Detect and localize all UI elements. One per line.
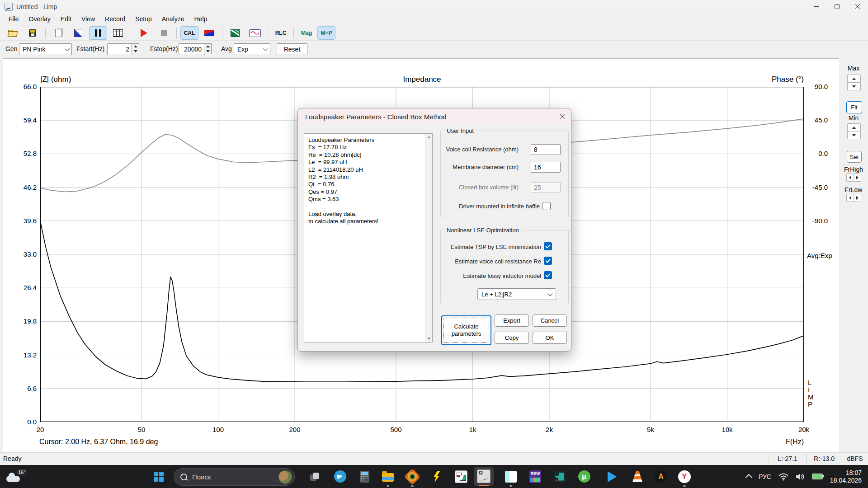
membrane-input[interactable]: 16	[531, 162, 561, 173]
taskbar-app-telegram[interactable]	[330, 465, 350, 488]
taskbar-app-aimp[interactable]: A	[651, 465, 671, 488]
min-up-button[interactable]	[847, 123, 861, 131]
oscilloscope-button[interactable]	[246, 26, 264, 40]
dialog-close-button[interactable]	[551, 111, 566, 122]
date: 18.04.2026	[830, 477, 862, 484]
overlay-flag-button[interactable]	[69, 26, 87, 40]
cancel-button[interactable]: Cancel	[533, 314, 567, 327]
lse-check2-checkbox[interactable]	[544, 257, 552, 265]
taskbar-app-file-explorer[interactable]	[378, 465, 398, 488]
menu-item-setup[interactable]: Setup	[130, 14, 157, 24]
fstop-input[interactable]: 20000	[179, 43, 205, 55]
results-scrollbar[interactable]	[425, 134, 432, 342]
menu-item-overlay[interactable]: Overlay	[24, 14, 56, 24]
fstart-input[interactable]: 2	[107, 43, 132, 55]
taskbar-app-steps-app[interactable]	[550, 465, 570, 488]
taskbar-app-vlc[interactable]	[627, 465, 647, 488]
search-box[interactable]: Поиск	[174, 468, 295, 486]
generator-select[interactable]: PN Pink	[19, 43, 72, 55]
menu-item-record[interactable]: Record	[100, 14, 130, 24]
maximize-button[interactable]	[826, 0, 847, 13]
volume-icon[interactable]	[796, 473, 805, 481]
menu-item-file[interactable]: File	[4, 14, 24, 24]
fstop-spinner[interactable]	[204, 43, 212, 54]
data-table-button[interactable]	[109, 26, 127, 40]
taskbar-app-utorrent[interactable]: µ	[574, 465, 594, 488]
eye-app-icon	[404, 468, 421, 485]
menu-item-view[interactable]: View	[76, 14, 100, 24]
frlow-right-button[interactable]	[854, 194, 861, 202]
rlc-meter-button[interactable]: RLC	[272, 26, 290, 40]
averaging-select[interactable]: Exp	[234, 43, 270, 55]
taskbar-app-yandex-browser[interactable]: Y	[675, 465, 694, 488]
green-icon	[231, 29, 240, 37]
taskbar-app-lightning-app[interactable]	[427, 465, 447, 488]
export-button[interactable]: Export	[495, 314, 529, 327]
frhigh-left-button[interactable]	[846, 174, 854, 182]
clock[interactable]: 18:07 18.04.2026	[830, 469, 862, 484]
dialog-title-bar[interactable]: Loudspeaker Parameters - Closed Box Meth…	[298, 108, 571, 125]
min-down-button[interactable]	[847, 131, 861, 139]
frhigh-right-button[interactable]	[854, 174, 861, 182]
spin-down-icon[interactable]	[132, 49, 139, 55]
battery-icon[interactable]	[812, 474, 823, 479]
chart-title: Impedance	[40, 75, 804, 84]
voice-coil-input[interactable]: 8	[531, 144, 561, 155]
toolbar-separator	[131, 28, 131, 38]
right-axis-title: Phase (°)	[713, 75, 804, 84]
save-file-button[interactable]	[24, 26, 42, 40]
taskbar-app-limp[interactable]	[474, 467, 494, 486]
record-start-button[interactable]	[135, 26, 153, 40]
app-window: Untitled - Limp FileOverlayEditViewRecor…	[0, 0, 868, 488]
copy-button[interactable]: Copy	[495, 332, 529, 344]
x-axis-label: F(Hz)	[713, 438, 804, 446]
magnitude-phase-view-button[interactable]: M+P	[317, 26, 335, 40]
close-button[interactable]	[847, 0, 868, 13]
menu-item-edit[interactable]: Edit	[56, 14, 76, 24]
language-indicator[interactable]: РУС	[759, 473, 771, 480]
magnitude-view-button[interactable]: Mag	[297, 26, 316, 40]
scroll-down-icon[interactable]	[425, 335, 432, 342]
calibrate-button[interactable]: CAL	[180, 26, 198, 40]
menu-item-help[interactable]: Help	[189, 14, 212, 24]
wifi-icon[interactable]	[778, 473, 788, 481]
generator-setup-button[interactable]	[200, 26, 218, 40]
taskbar-app-media-player[interactable]	[602, 465, 622, 488]
weather-widget[interactable]: 16°	[6, 465, 34, 488]
baffle-checkbox[interactable]	[542, 202, 551, 210]
taskbar-app-red-c-app[interactable]	[501, 465, 521, 488]
max-up-button[interactable]	[847, 75, 861, 83]
tray-expand-icon[interactable]	[745, 474, 753, 481]
start-button[interactable]	[154, 465, 164, 488]
taskbar-app-rew[interactable]: REW	[525, 465, 545, 488]
pause-button[interactable]	[89, 26, 107, 40]
spin-down-icon[interactable]	[204, 49, 212, 55]
set-button[interactable]: Set	[847, 151, 862, 163]
spectrum-analysis-button[interactable]	[226, 26, 244, 40]
spin-up-icon[interactable]	[132, 43, 139, 49]
spin-up-icon[interactable]	[204, 43, 212, 49]
inductor-model-dropdown[interactable]: Le + L2||R2	[477, 288, 556, 300]
fit-button[interactable]: Fit	[846, 101, 862, 113]
ok-button[interactable]: OK	[533, 332, 567, 344]
calculate-parameters-button[interactable]: Calculate parameters	[441, 315, 491, 345]
scroll-up-icon[interactable]	[425, 134, 432, 141]
lse-check3-checkbox[interactable]	[544, 271, 552, 279]
frlow-left-button[interactable]	[846, 194, 854, 202]
search-daily-image[interactable]	[278, 470, 292, 484]
record-stop-button[interactable]	[155, 26, 173, 40]
menu-item-analyze[interactable]: Analyze	[157, 14, 189, 24]
minimize-button[interactable]	[806, 0, 826, 13]
new-document-button[interactable]	[49, 26, 67, 40]
open-file-button[interactable]	[4, 26, 22, 40]
reset-button[interactable]: Reset	[277, 43, 307, 55]
taskbar-app-calculator[interactable]	[354, 465, 374, 488]
fstart-spinner[interactable]	[132, 43, 139, 54]
phase-axis-tick: 90.0	[807, 83, 828, 90]
box-volume-input: 25	[531, 182, 561, 193]
taskbar-app-eye-app[interactable]	[402, 465, 422, 488]
taskbar-app-arta[interactable]	[451, 465, 471, 488]
lse-check1-checkbox[interactable]	[544, 242, 552, 250]
taskbar-app-task-view[interactable]	[305, 465, 325, 488]
max-down-button[interactable]	[847, 82, 861, 90]
